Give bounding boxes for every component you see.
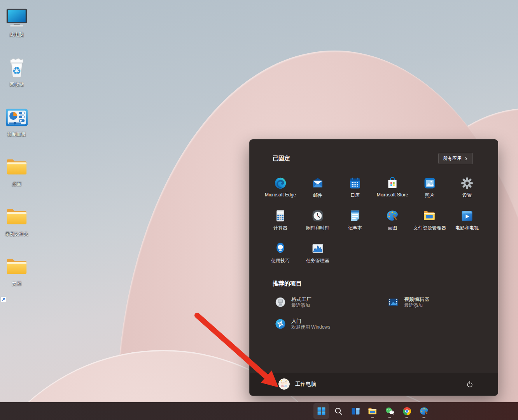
taskbar-button-icon	[317, 406, 326, 416]
pinned-app-label: 照片	[425, 192, 434, 199]
user-account-button[interactable]: 工作电脑	[275, 376, 320, 392]
desktop-icon[interactable]: ↗ 控制面板	[0, 103, 33, 153]
taskbar-button-search[interactable]	[331, 403, 346, 419]
start-menu-footer: 工作电脑	[250, 372, 498, 396]
pinned-app-label: 邮件	[313, 192, 322, 199]
recommended-item-title: 视频编辑器	[404, 296, 429, 303]
recommended-item-icon	[387, 296, 399, 308]
pinned-app[interactable]: 使用技巧	[262, 238, 299, 271]
pinned-app[interactable]: 照片	[411, 173, 448, 205]
recommended-item-icon	[275, 296, 286, 308]
windows-desktop: ↗ 此电脑 ♻ ↗ 回收站 ↗ 控制面板 ↗ 桌面	[0, 0, 518, 420]
pinned-app-label: 画图	[388, 225, 397, 231]
pinned-app-label: 电影和电视	[455, 225, 479, 231]
pinned-app[interactable]: 邮件	[299, 173, 336, 205]
pinned-app-icon	[274, 242, 287, 255]
recommended-item[interactable]: 入门 欢迎使用 Windows	[275, 315, 387, 332]
recommended-section-header: 推荐的项目	[250, 271, 498, 287]
recommended-item-icon	[275, 318, 286, 330]
pinned-section-header: 已固定 所有应用	[250, 140, 498, 164]
taskbar-button-file-explorer[interactable]	[365, 403, 380, 419]
recommended-item-subtitle: 最近添加	[291, 303, 312, 308]
recommended-item[interactable]: 格式工厂 最近添加	[275, 294, 387, 311]
taskbar-button-icon	[385, 406, 395, 416]
recommended-item-title: 格式工厂	[291, 296, 312, 303]
pinned-app-label: 日历	[350, 192, 360, 199]
power-button[interactable]	[462, 376, 478, 392]
pinned-app[interactable]: 电影和电视	[448, 205, 486, 238]
desktop-icon-image	[5, 205, 29, 229]
all-apps-label: 所有应用	[443, 155, 462, 162]
desktop-icon[interactable]: ♻ ↗ 回收站	[0, 54, 33, 103]
pinned-app-icon	[460, 177, 474, 190]
desktop-icon[interactable]: ↗ 桌面	[0, 153, 33, 203]
pinned-app-icon	[311, 177, 324, 190]
desktop-icon-image	[5, 6, 29, 30]
desktop-icon[interactable]: ↗ 此电脑	[0, 4, 33, 54]
taskbar-button-chrome[interactable]	[399, 403, 415, 419]
pinned-app-label: 记事本	[348, 225, 362, 231]
pinned-app-icon	[423, 209, 436, 222]
pinned-app-icon	[311, 242, 324, 255]
taskbar-icon-group	[313, 402, 432, 420]
desktop-icon-label: 文档	[12, 281, 21, 286]
pinned-app-icon	[386, 209, 399, 222]
pinned-app[interactable]: Microsoft Store	[374, 173, 411, 205]
taskbar	[0, 402, 518, 420]
pinned-app[interactable]: 计算器	[262, 205, 299, 238]
recommended-item[interactable]: 视频编辑器 最近添加	[387, 294, 498, 311]
pinned-app-icon	[460, 209, 474, 222]
desktop-icon-label: 此电脑	[10, 32, 24, 37]
power-icon	[466, 380, 474, 388]
recommended-item-text: 入门 欢迎使用 Windows	[291, 318, 330, 330]
pinned-app[interactable]: 闹钟和时钟	[299, 205, 336, 238]
pinned-app[interactable]: Microsoft Edge	[262, 173, 299, 205]
pinned-app[interactable]: 记事本	[336, 205, 374, 238]
pinned-app-icon	[348, 177, 362, 190]
desktop-icon-image	[5, 155, 29, 179]
pinned-app[interactable]: 日历	[336, 173, 374, 205]
pinned-app-label: 计算器	[273, 225, 287, 231]
desktop-icon-image: ♻	[5, 56, 29, 80]
taskbar-button-icon	[402, 406, 412, 416]
running-indicator	[371, 417, 374, 418]
user-avatar	[278, 378, 290, 390]
recommended-item-text: 视频编辑器 最近添加	[404, 296, 429, 308]
pinned-app-icon	[274, 177, 287, 190]
desktop-icon[interactable]: ↗ 文档	[0, 253, 33, 303]
pinned-app-label: 设置	[462, 192, 472, 199]
desktop-icon[interactable]: ↗ 示例文件夹	[0, 203, 33, 253]
taskbar-button-icon	[419, 406, 429, 416]
recommended-item-text: 格式工厂 最近添加	[291, 296, 312, 308]
desktop-icon-label: 桌面	[12, 181, 21, 187]
pinned-app[interactable]: 任务管理器	[299, 238, 336, 271]
start-menu: 已固定 所有应用 Microsoft Edge 邮件	[249, 139, 498, 396]
pinned-section-title: 已固定	[273, 155, 290, 162]
pinned-app-label: 文件资源管理器	[413, 225, 446, 231]
pinned-app-icon	[311, 209, 324, 222]
taskbar-button-start[interactable]	[313, 403, 329, 419]
pinned-app[interactable]: 设置	[448, 173, 486, 205]
pinned-app-icon	[386, 177, 399, 190]
taskbar-button-icon	[351, 406, 360, 416]
pinned-app-label: 使用技巧	[271, 257, 290, 264]
pinned-app[interactable]: 文件资源管理器	[411, 205, 448, 238]
taskbar-button-icon	[334, 406, 343, 416]
recommended-item-subtitle: 最近添加	[404, 303, 429, 308]
pinned-app-icon	[274, 209, 287, 222]
taskbar-button-paint[interactable]	[416, 403, 432, 419]
pinned-app-label: 闹钟和时钟	[306, 225, 329, 231]
taskbar-button-wechat[interactable]	[382, 403, 397, 419]
taskbar-button-task-view[interactable]	[348, 403, 363, 419]
recommended-item-title: 入门	[291, 318, 330, 324]
recommended-item-subtitle: 欢迎使用 Windows	[291, 324, 330, 330]
shortcut-arrow-icon: ↗	[0, 296, 6, 302]
desktop-icon-label: 示例文件夹	[5, 231, 28, 236]
user-name: 工作电脑	[295, 381, 316, 388]
pinned-app-icon	[423, 177, 436, 190]
all-apps-button[interactable]: 所有应用	[438, 153, 473, 164]
pinned-app[interactable]: 画图	[374, 205, 411, 238]
desktop-icon-label: 回收站	[10, 82, 24, 87]
pinned-app-icon	[348, 209, 362, 222]
desktop-icon-image	[5, 105, 29, 130]
